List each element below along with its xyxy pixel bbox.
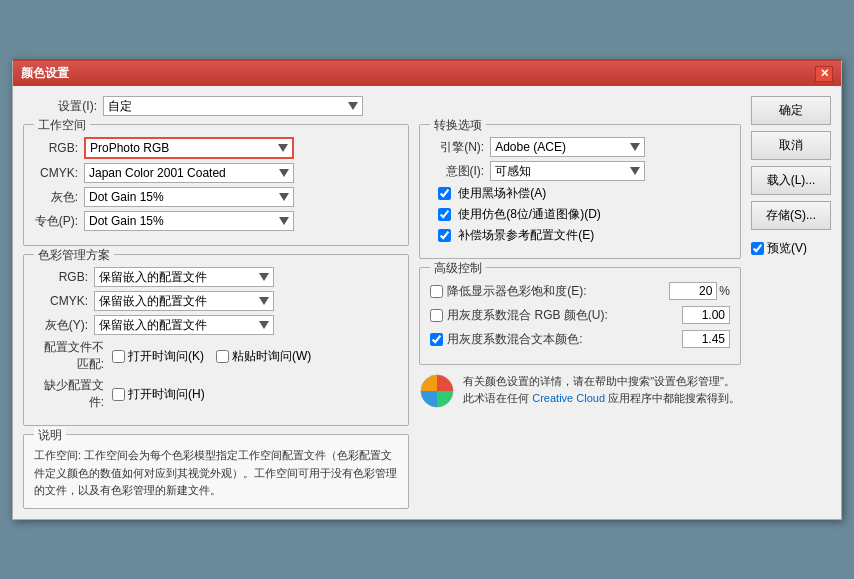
blackpoint-text: 使用黑场补偿(A) — [458, 185, 546, 202]
gray-row: 灰色: Dot Gain 15% — [34, 187, 398, 207]
missing-open-text: 打开时询问(H) — [128, 386, 205, 403]
blackpoint-label[interactable]: 使用黑场补偿(A) — [438, 185, 546, 202]
adv-row3-check[interactable] — [430, 333, 443, 346]
rgb-select[interactable]: ProPhoto RGB — [84, 137, 294, 159]
engine-select[interactable]: Adobe (ACE) — [490, 137, 645, 157]
cm-rgb-label: RGB: — [34, 270, 94, 284]
pie-chart-icon — [419, 373, 455, 409]
advanced-group: 高级控制 降低显示器色彩饱和度(E): % 用灰度系数混合 RGB 颜色(U): — [419, 267, 741, 365]
gray-label: 灰色: — [34, 189, 84, 206]
color-settings-dialog: 颜色设置 ✕ 设置(I): 自定 工作空间 RGB: — [12, 59, 842, 520]
right-buttons-panel: 确定 取消 载入(L)... 存储(S)... 预览(V) — [751, 96, 831, 509]
cm-cmyk-select[interactable]: 保留嵌入的配置文件 — [94, 291, 274, 311]
adv-row1-unit: % — [719, 284, 730, 298]
cm-cmyk-label: CMYK: — [34, 294, 94, 308]
missing-open-check[interactable] — [112, 388, 125, 401]
mismatch-paste-check[interactable] — [216, 350, 229, 363]
preview-check[interactable] — [751, 242, 764, 255]
missing-label: 缺少配置文件: — [34, 377, 104, 411]
advanced-title: 高级控制 — [430, 260, 486, 277]
preview-label[interactable]: 预览(V) — [751, 240, 807, 257]
compensate-label[interactable]: 补偿场景参考配置文件(E) — [438, 227, 594, 244]
adv-row1-check[interactable] — [430, 285, 443, 298]
settings-row: 设置(I): 自定 — [23, 96, 741, 116]
mismatch-label: 配置文件不匹配: — [34, 339, 104, 373]
missing-open-label[interactable]: 打开时询问(H) — [112, 386, 205, 403]
description-box: 说明 工作空间: 工作空间会为每个色彩模型指定工作空间配置文件（色彩配置文件定义… — [23, 434, 409, 509]
intent-select[interactable]: 可感知 — [490, 161, 645, 181]
gray-select[interactable]: Dot Gain 15% — [84, 187, 294, 207]
convert-group: 转换选项 引擎(N): Adobe (ACE) 意图(I): — [419, 124, 741, 259]
cm-gray-label: 灰色(Y): — [34, 317, 94, 334]
mismatch-open-label[interactable]: 打开时询问(K) — [112, 348, 204, 365]
info-text: 有关颜色设置的详情，请在帮助中搜索"设置色彩管理"。此术语在任何 Creativ… — [463, 373, 741, 406]
workspace-group: 工作空间 RGB: ProPhoto RGB CMYK: — [23, 124, 409, 246]
cmyk-row: CMYK: Japan Color 2001 Coated — [34, 163, 398, 183]
compensate-check[interactable] — [438, 229, 451, 242]
cancel-button[interactable]: 取消 — [751, 131, 831, 160]
cm-rgb-select[interactable]: 保留嵌入的配置文件 — [94, 267, 274, 287]
color-mgmt-group: 色彩管理方案 RGB: 保留嵌入的配置文件 CMYK: — [23, 254, 409, 426]
settings-label: 设置(I): — [23, 98, 103, 115]
compensate-text: 补偿场景参考配置文件(E) — [458, 227, 594, 244]
close-button[interactable]: ✕ — [815, 66, 833, 82]
workspace-title: 工作空间 — [34, 117, 90, 134]
color-mgmt-title: 色彩管理方案 — [34, 247, 114, 264]
info-link[interactable]: Creative Cloud — [532, 392, 605, 404]
adv-row1-input[interactable] — [669, 282, 717, 300]
mismatch-row: 配置文件不匹配: 打开时询问(K) 粘贴时询问(W) — [34, 339, 398, 373]
dither-text: 使用仿色(8位/通道图像)(D) — [458, 206, 601, 223]
ok-button[interactable]: 确定 — [751, 96, 831, 125]
preview-row: 预览(V) — [751, 240, 831, 257]
preview-text: 预览(V) — [767, 240, 807, 257]
spot-label: 专色(P): — [34, 213, 84, 230]
engine-label: 引擎(N): — [430, 139, 490, 156]
intent-label: 意图(I): — [430, 163, 490, 180]
mismatch-paste-label[interactable]: 粘贴时询问(W) — [216, 348, 311, 365]
mismatch-open-text: 打开时询问(K) — [128, 348, 204, 365]
blackpoint-check[interactable] — [438, 187, 451, 200]
dither-check[interactable] — [438, 208, 451, 221]
dither-label[interactable]: 使用仿色(8位/通道图像)(D) — [438, 206, 601, 223]
mismatch-paste-text: 粘贴时询问(W) — [232, 348, 311, 365]
rgb-label: RGB: — [34, 141, 84, 155]
info-row: 有关颜色设置的详情，请在帮助中搜索"设置色彩管理"。此术语在任何 Creativ… — [419, 373, 741, 409]
mismatch-open-check[interactable] — [112, 350, 125, 363]
convert-title: 转换选项 — [430, 117, 486, 134]
spot-select[interactable]: Dot Gain 15% — [84, 211, 294, 231]
adv-row3-text: 用灰度系数混合文本颜色: — [447, 331, 678, 348]
adv-row2-check[interactable] — [430, 309, 443, 322]
spot-row: 专色(P): Dot Gain 15% — [34, 211, 398, 231]
adv-row2-text: 用灰度系数混合 RGB 颜色(U): — [447, 307, 678, 324]
dialog-title: 颜色设置 — [21, 65, 69, 82]
missing-row: 缺少配置文件: 打开时询问(H) — [34, 377, 398, 411]
title-bar: 颜色设置 ✕ — [13, 61, 841, 86]
cmyk-label: CMYK: — [34, 166, 84, 180]
rgb-row: RGB: ProPhoto RGB — [34, 137, 398, 159]
settings-select[interactable]: 自定 — [103, 96, 363, 116]
adv-row3-input[interactable] — [682, 330, 730, 348]
load-button[interactable]: 载入(L)... — [751, 166, 831, 195]
adv-row2-input[interactable] — [682, 306, 730, 324]
cmyk-select[interactable]: Japan Color 2001 Coated — [84, 163, 294, 183]
description-title: 说明 — [34, 427, 66, 444]
save-button[interactable]: 存储(S)... — [751, 201, 831, 230]
cm-gray-select[interactable]: 保留嵌入的配置文件 — [94, 315, 274, 335]
adv-row1-text: 降低显示器色彩饱和度(E): — [447, 283, 665, 300]
description-text: 工作空间: 工作空间会为每个色彩模型指定工作空间配置文件（色彩配置文件定义颜色的… — [34, 447, 398, 500]
